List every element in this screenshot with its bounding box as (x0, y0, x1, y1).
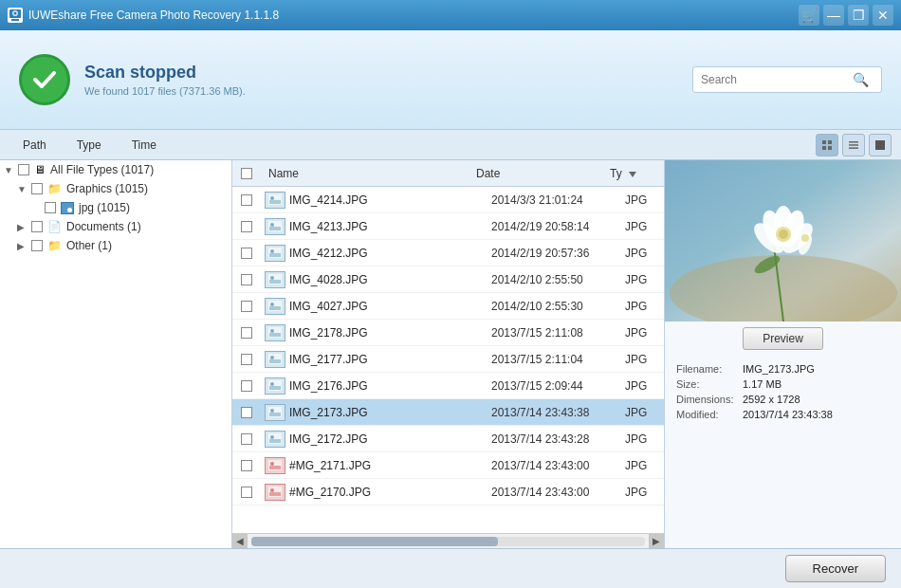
row-checkbox[interactable] (241, 380, 252, 392)
folder-icon-graphics: 📁 (47, 182, 62, 195)
table-row[interactable]: #MG_2170.JPG 2013/7/14 23:43:00 JPG (232, 479, 664, 505)
checkbox-other[interactable] (31, 240, 43, 251)
status-detail: We found 1017 files (7371.36 MB). (84, 85, 246, 97)
title-bar-left: IUWEshare Free Camera Photo Recovery 1.1… (8, 8, 279, 23)
file-type-icon (265, 377, 285, 395)
scrollbar-track[interactable] (251, 537, 645, 546)
row-checkbox[interactable] (241, 487, 252, 498)
table-row[interactable]: IMG_2177.JPG 2013/7/15 2:11:04 JPG (232, 346, 664, 373)
tree-item-documents[interactable]: ▶ 📄 Documents (1) (0, 217, 231, 236)
dimensions-label: Dimensions: (676, 394, 743, 405)
file-name-cell: IMG_4028.JPG (261, 271, 484, 288)
row-checkbox[interactable] (241, 327, 252, 339)
view-grid-button[interactable] (816, 134, 838, 156)
table-row[interactable]: IMG_4028.JPG 2014/2/10 2:55:50 JPG (232, 266, 664, 293)
row-checkbox[interactable] (241, 354, 252, 365)
select-all-checkbox[interactable] (241, 168, 252, 179)
file-type-icon (265, 484, 285, 501)
file-type-cell: JPG (621, 193, 664, 207)
scroll-left-button[interactable]: ◀ (232, 534, 248, 549)
tree-item-other[interactable]: ▶ 📁 Other (1) (0, 236, 231, 255)
svg-point-15 (270, 196, 274, 200)
row-check (232, 380, 261, 392)
table-row[interactable]: IMG_2172.JPG 2013/7/14 23:43:28 JPG (232, 426, 664, 452)
checkbox-graphics[interactable] (31, 183, 43, 194)
row-checkbox[interactable] (241, 194, 252, 206)
preview-button[interactable]: Preview (743, 327, 823, 350)
tree-item-all[interactable]: ▼ 🖥 All File Types (1017) (0, 160, 231, 179)
search-input[interactable] (701, 73, 853, 86)
sort-icon (629, 172, 636, 177)
file-info: Filename: IMG_2173.JPG Size: 1.17 MB Dim… (665, 356, 901, 432)
expand-icon-all: ▼ (4, 165, 15, 175)
bottom-bar: Recover (0, 548, 901, 588)
svg-rect-30 (269, 306, 281, 310)
table-row[interactable]: IMG_2178.JPG 2013/7/15 2:11:08 JPG (232, 320, 664, 346)
row-checkbox[interactable] (241, 301, 252, 312)
file-type-icon (265, 218, 285, 235)
scroll-right-button[interactable]: ▶ (649, 534, 664, 549)
view-list-button[interactable] (842, 134, 865, 156)
svg-rect-18 (269, 227, 281, 230)
svg-rect-14 (269, 200, 281, 204)
file-name-cell: IMG_4214.JPG (261, 192, 484, 209)
file-type-cell: JPG (621, 432, 664, 446)
tab-time[interactable]: Time (119, 135, 170, 156)
tab-path[interactable]: Path (9, 135, 60, 156)
file-name: IMG_2178.JPG (289, 326, 368, 340)
table-row[interactable]: IMG_4213.JPG 2014/2/19 20:58:14 JPG (232, 213, 664, 240)
file-type-icon (265, 404, 285, 421)
table-row[interactable]: IMG_4027.JPG 2014/2/10 2:55:30 JPG (232, 293, 664, 320)
file-type-cell: JPG (621, 486, 664, 499)
file-name: IMG_4214.JPG (289, 193, 368, 207)
file-date-cell: 2014/2/19 20:58:14 (484, 220, 621, 233)
tree-item-graphics[interactable]: ▼ 📁 Graphics (1015) (0, 179, 231, 198)
modified-label: Modified: (676, 409, 743, 420)
table-row[interactable]: IMG_4212.JPG 2014/2/19 20:57:36 JPG (232, 240, 664, 266)
search-button[interactable]: 🔍 (853, 72, 869, 87)
table-row[interactable]: IMG_2173.JPG 2013/7/14 23:43:38 JPG (232, 399, 664, 426)
minimize-button[interactable]: — (823, 5, 844, 26)
close-button[interactable]: ✕ (873, 5, 893, 26)
restore-button[interactable]: ❐ (848, 5, 869, 26)
tree-item-jpg[interactable]: ▶ jpg (1015) (0, 198, 231, 217)
svg-point-59 (270, 488, 274, 492)
file-name: IMG_2173.JPG (289, 406, 368, 419)
table-row[interactable]: IMG_2176.JPG 2013/7/15 2:09:44 JPG (232, 373, 664, 399)
checkbox-jpg[interactable] (45, 202, 56, 213)
filename-row: Filename: IMG_2173.JPG (676, 363, 890, 375)
file-panel: Name Date Ty (232, 160, 664, 548)
checkbox-documents[interactable] (31, 221, 43, 232)
file-list-header: Name Date Ty (232, 160, 664, 187)
file-name: IMG_4027.JPG (289, 300, 368, 313)
file-type-cell: JPG (621, 326, 664, 340)
col-header-name[interactable]: Name (261, 167, 469, 180)
col-header-date[interactable]: Date (469, 167, 606, 180)
file-type-cell: JPG (621, 273, 664, 286)
row-checkbox[interactable] (241, 407, 252, 418)
header-check (232, 168, 261, 179)
row-checkbox[interactable] (241, 248, 252, 259)
svg-rect-42 (269, 386, 281, 390)
store-button[interactable]: 🛒 (799, 5, 819, 26)
table-row[interactable]: #MG_2171.JPG 2013/7/14 23:43:00 JPG (232, 452, 664, 479)
checkbox-all[interactable] (18, 164, 29, 175)
file-list: IMG_4214.JPG 2014/3/3 21:01:24 JPG IMG_4… (232, 187, 664, 533)
row-checkbox[interactable] (241, 221, 252, 232)
filename-value: IMG_2173.JPG (743, 363, 815, 375)
file-date-cell: 2014/2/19 20:57:36 (484, 247, 621, 260)
file-type-cell: JPG (621, 247, 664, 260)
file-date-cell: 2013/7/14 23:43:28 (484, 432, 621, 446)
svg-rect-54 (269, 466, 281, 469)
tab-type[interactable]: Type (64, 135, 115, 156)
table-row[interactable]: IMG_4214.JPG 2014/3/3 21:01:24 JPG (232, 187, 664, 213)
view-detail-button[interactable] (869, 134, 892, 156)
row-checkbox[interactable] (241, 460, 252, 471)
jpg-icon (61, 202, 74, 214)
recover-button[interactable]: Recover (785, 555, 886, 582)
modified-row: Modified: 2013/7/14 23:43:38 (676, 409, 890, 420)
row-checkbox[interactable] (241, 433, 252, 445)
scrollbar-thumb[interactable] (251, 537, 498, 546)
row-checkbox[interactable] (241, 274, 252, 285)
file-name-cell: IMG_2176.JPG (261, 377, 484, 395)
